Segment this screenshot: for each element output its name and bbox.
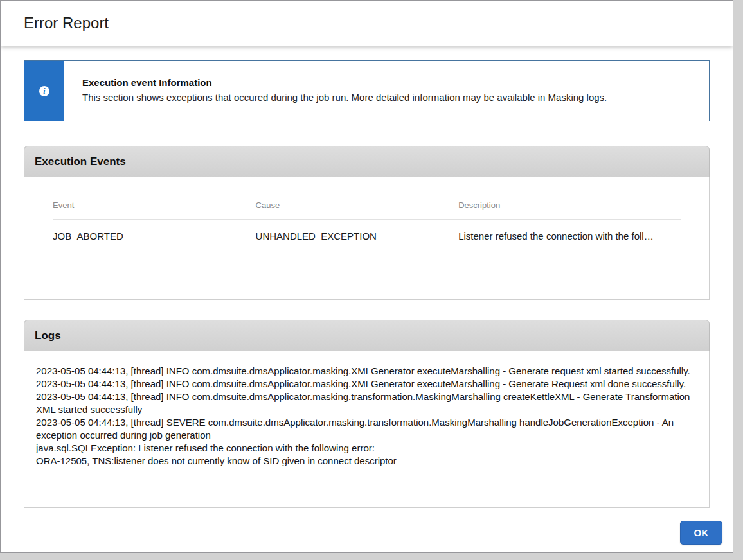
dialog-title: Error Report <box>24 14 710 32</box>
dialog-header: Error Report <box>1 1 733 46</box>
execution-events-body: Event Cause Description JOB_ABORTED UNHA… <box>24 177 710 300</box>
execution-events-table: Event Cause Description JOB_ABORTED UNHA… <box>53 181 681 252</box>
execution-events-section: Execution Events Event Cause Description <box>24 146 710 300</box>
log-line: ORA-12505, TNS:listener does not current… <box>36 455 697 468</box>
column-header-cause: Cause <box>256 181 459 220</box>
logs-body[interactable]: 2023-05-05 04:44:13, [thread] INFO com.d… <box>24 351 710 508</box>
dialog-content: i Execution event Information This secti… <box>1 60 733 508</box>
info-icon: i <box>39 86 49 96</box>
logs-title: Logs <box>35 329 61 342</box>
table-header-row: Event Cause Description <box>53 181 681 220</box>
logs-section: Logs 2023-05-05 04:44:13, [thread] INFO … <box>24 320 710 508</box>
table-row: JOB_ABORTED UNHANDLED_EXCEPTION Listener… <box>53 220 681 252</box>
error-report-dialog: Error Report i Execution event Informati… <box>0 0 733 553</box>
column-header-description: Description <box>458 181 681 220</box>
execution-events-title: Execution Events <box>35 155 126 168</box>
logs-header: Logs <box>24 320 710 351</box>
event-cell: JOB_ABORTED <box>53 220 256 252</box>
log-line: 2023-05-05 04:44:13, [thread] SEVERE com… <box>36 416 697 442</box>
info-banner-description: This section shows exceptions that occur… <box>82 92 607 103</box>
info-banner-title: Execution event Information <box>82 77 607 88</box>
dialog-footer: OK <box>1 508 733 545</box>
log-line: 2023-05-05 04:44:13, [thread] INFO com.d… <box>36 378 697 390</box>
log-line: java.sql.SQLException: Listener refused … <box>36 442 697 455</box>
log-line: 2023-05-05 04:44:13, [thread] INFO com.d… <box>36 365 697 378</box>
cause-cell: UNHANDLED_EXCEPTION <box>256 220 459 252</box>
info-banner-icon-block: i <box>24 61 64 121</box>
info-banner-text: Execution event Information This section… <box>64 61 625 121</box>
log-line: 2023-05-05 04:44:13, [thread] INFO com.d… <box>36 390 697 416</box>
ok-button[interactable]: OK <box>680 521 723 545</box>
execution-events-header: Execution Events <box>24 146 710 177</box>
column-header-event: Event <box>53 181 256 220</box>
info-banner: i Execution event Information This secti… <box>24 60 710 121</box>
description-cell: Listener refused the connection with the… <box>458 220 681 252</box>
